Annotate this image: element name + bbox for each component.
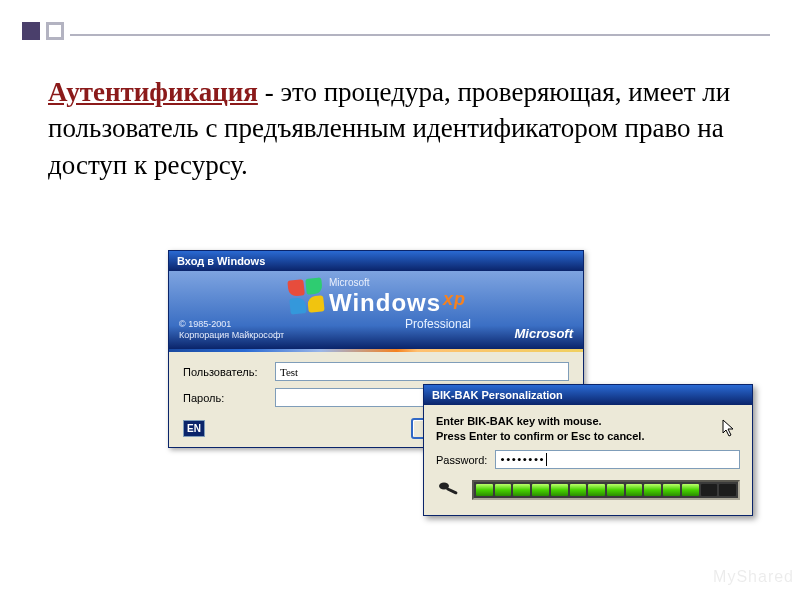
definition-term: Аутентификация [48, 77, 258, 107]
xp-titlebar-text: Вход в Windows [177, 255, 265, 267]
xp-banner: Microsoft Windowsxp Professional © 1985-… [169, 271, 583, 349]
xp-wordmark: Windowsxp [329, 289, 466, 317]
meter-segment [644, 484, 661, 496]
meter-segment [663, 484, 680, 496]
bikbak-instruction-2: Press Enter to confirm or Esc to cancel. [436, 430, 740, 442]
meter-segment [532, 484, 549, 496]
cursor-icon [722, 419, 738, 439]
slide-body-text: Аутентификация - это процедура, проверяю… [48, 74, 740, 183]
deco-square-filled [22, 22, 40, 40]
text-caret [546, 453, 547, 466]
slide-bullet-decoration [22, 22, 64, 40]
screenshots-area: Вход в Windows Microsoft Windowsxp Profe… [168, 250, 728, 570]
meter-segment [607, 484, 624, 496]
deco-square-outline [46, 22, 64, 40]
meter-segment [701, 484, 718, 496]
slide-horizontal-rule [70, 34, 770, 36]
meter-segment [513, 484, 530, 496]
bikbak-titlebar-text: BIK-BAK Personalization [432, 389, 563, 401]
meter-segment [626, 484, 643, 496]
watermark: MyShared [713, 568, 794, 586]
key-strength-meter [472, 480, 740, 500]
language-indicator[interactable]: EN [183, 420, 205, 437]
windows-flag-icon [287, 277, 324, 314]
meter-segment [588, 484, 605, 496]
xp-user-input[interactable] [275, 362, 569, 381]
bikbak-titlebar[interactable]: BIK-BAK Personalization [424, 385, 752, 405]
meter-segment [719, 484, 736, 496]
meter-segment [476, 484, 493, 496]
xp-pass-label: Пароль: [183, 392, 275, 404]
xp-user-label: Пользователь: [183, 366, 275, 378]
bikbak-pass-label: Password: [436, 454, 487, 466]
xp-titlebar[interactable]: Вход в Windows [169, 251, 583, 271]
xp-msft-small: Microsoft [329, 277, 370, 288]
meter-segment [551, 484, 568, 496]
svg-rect-1 [446, 487, 458, 495]
microphone-icon [436, 479, 462, 501]
meter-segment [682, 484, 699, 496]
bikbak-dialog: BIK-BAK Personalization Enter BIK-BAK ke… [423, 384, 753, 516]
xp-copyright: © 1985-2001 Корпорация Майкрософт [179, 319, 284, 341]
xp-microsoft-logo: Microsoft [515, 326, 574, 341]
bikbak-pass-mask: •••••••• [500, 452, 544, 468]
bikbak-instruction-1: Enter BIK-BAK key with mouse. [436, 415, 740, 427]
bikbak-pass-input[interactable]: •••••••• [495, 450, 740, 469]
xp-edition: Professional [405, 317, 471, 331]
meter-segment [495, 484, 512, 496]
meter-segment [570, 484, 587, 496]
